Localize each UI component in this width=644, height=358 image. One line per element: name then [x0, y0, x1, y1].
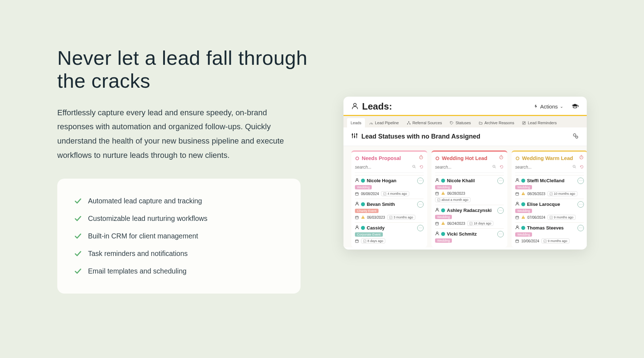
tab-lead-reminders[interactable]: Lead Reminders [518, 118, 560, 127]
lead-card[interactable]: ⋯CassidyCorporate Event8 days ago [355, 222, 424, 246]
calendar-icon [435, 222, 439, 226]
refresh-icon[interactable] [419, 164, 424, 170]
search-icon[interactable] [492, 164, 499, 170]
tab-leads[interactable]: Leads [347, 118, 365, 127]
lead-menu-button[interactable]: ⋯ [577, 178, 584, 184]
lead-menu-button[interactable]: ⋯ [417, 201, 424, 208]
status-column: Needs Proposal⋯Nicole HoganWedding06/08/… [351, 150, 427, 247]
lead-menu-button[interactable]: ⋯ [497, 231, 504, 237]
lead-menu-button[interactable]: ⋯ [577, 225, 584, 231]
check-icon [74, 215, 82, 222]
lead-tag: Wedding [515, 232, 532, 237]
ring-icon [355, 156, 360, 161]
lead-menu-button[interactable]: ⋯ [417, 225, 424, 231]
feature-label: Task reminders and notifications [88, 250, 188, 258]
lead-card[interactable]: ⋯Nicole KhalilWedding06/28/2023about a m… [435, 175, 504, 205]
feature-label: Automated lead capture and tracking [88, 197, 202, 205]
lead-ago-pill: 9 months ago [541, 238, 570, 243]
check-icon [74, 198, 82, 205]
lead-date: 06/08/2024 [361, 192, 379, 196]
lead-date-row: 06/03/20233 months ago [355, 215, 424, 220]
calendar-icon [515, 239, 519, 243]
feature-item: Email templates and scheduling [74, 262, 283, 280]
status-dot [361, 202, 365, 206]
lead-card[interactable]: ⋯Vicki SchmitzWedding [435, 228, 504, 246]
lead-tag: Wedding [355, 185, 372, 189]
lead-date-row: 08/26/202310 months ago [515, 191, 584, 196]
page-title: Leads: [362, 101, 392, 112]
lead-tag: Charity Event [355, 209, 379, 213]
tab-lead-pipeline[interactable]: Lead Pipeline [366, 118, 402, 127]
calendar-icon [515, 192, 519, 196]
feature-label: Customizable lead nurturing workflows [88, 214, 208, 223]
search-icon[interactable] [412, 164, 419, 170]
settings-cogs-icon[interactable] [572, 133, 579, 141]
lead-card[interactable]: ⋯Elise LarocqueWedding07/06/20249 months… [515, 199, 584, 222]
column-search-input[interactable] [355, 165, 412, 170]
status-column: Wedding Warm Lead⋯Steffi McClellandWeddi… [512, 150, 587, 247]
lead-card[interactable]: ⋯Bevan SmithCharity Event06/03/20233 mon… [355, 199, 424, 222]
timer-icon[interactable] [419, 155, 424, 161]
lead-ago-pill: about a month ago [435, 197, 470, 202]
status-dot [521, 202, 525, 206]
lead-date: 10/06/2024 [521, 239, 539, 243]
lead-name: Elise Larocque [527, 202, 560, 207]
status-dot [361, 226, 365, 230]
lead-card[interactable]: ⋯Ashley RadaczynskiWedding06/24/202318 d… [435, 205, 504, 228]
status-column: Wedding Hot Lead⋯Nicole KhalilWedding06/… [431, 150, 507, 247]
timer-icon[interactable] [499, 155, 504, 161]
lead-date-row: 06/28/2023 [435, 191, 504, 196]
warning-icon [441, 191, 445, 196]
column-search-input[interactable] [515, 165, 572, 170]
refresh-icon[interactable] [499, 164, 504, 170]
column-title: Wedding Hot Lead [435, 155, 504, 163]
search-icon[interactable] [572, 164, 580, 170]
status-dot [441, 208, 445, 212]
tab-archive-reasons[interactable]: Archive Reasons [475, 118, 518, 127]
lead-tag: Corporate Event [355, 232, 383, 237]
lead-tag: Wedding [515, 185, 532, 189]
person-icon [515, 178, 519, 183]
lead-date-row: 06/08/20244 months ago [355, 191, 424, 196]
feature-item: Built-in CRM for client management [74, 227, 283, 245]
lead-card[interactable]: ⋯Steffi McClellandWedding08/26/202310 mo… [515, 175, 584, 199]
lead-ago-pill: 9 months ago [547, 215, 576, 220]
lead-date: 06/24/2023 [447, 222, 465, 226]
warning-icon [441, 221, 445, 226]
feature-item: Task reminders and notifications [74, 245, 283, 262]
person-icon [355, 202, 359, 207]
refresh-icon[interactable] [580, 164, 584, 170]
help-graduation-icon[interactable] [571, 102, 579, 111]
lead-name: Vicki Schmitz [447, 231, 477, 237]
bolt-icon [533, 103, 538, 110]
lead-card[interactable]: ⋯Nicole HoganWedding06/08/20244 months a… [355, 175, 424, 199]
lead-date: 08/26/2023 [527, 192, 545, 196]
lead-name: Bevan Smith [367, 202, 395, 207]
lead-menu-button[interactable]: ⋯ [497, 207, 504, 214]
tab-referral-sources[interactable]: Referral Sources [403, 118, 446, 127]
status-dot [441, 179, 445, 183]
tab-statuses[interactable]: Statuses [446, 118, 474, 127]
actions-dropdown[interactable]: Actions ⌄ [533, 103, 563, 110]
lead-ago-pill: 8 days ago [361, 238, 385, 243]
lead-menu-button[interactable]: ⋯ [577, 201, 584, 208]
lead-menu-button[interactable]: ⋯ [417, 178, 424, 184]
timer-icon[interactable] [579, 155, 584, 161]
lead-ago-pill: 4 months ago [381, 191, 409, 196]
person-icon [355, 225, 359, 231]
calendar-icon [355, 216, 359, 219]
feature-list-card: Automated lead capture and tracking Cust… [57, 179, 301, 294]
lead-name: Ashley Radaczynski [447, 208, 492, 213]
lead-ago-pill: 10 months ago [547, 191, 577, 196]
check-icon [74, 250, 82, 257]
lead-card[interactable]: ⋯Thomas SteevesWedding10/06/20249 months… [515, 222, 584, 246]
column-search-input[interactable] [435, 165, 492, 170]
chevron-down-icon: ⌄ [560, 104, 563, 109]
lead-tag: Wedding [435, 238, 452, 243]
hero-subtext: Effortlessly capture every lead and ensu… [57, 106, 304, 162]
lead-date-row: 06/24/202318 days ago [435, 221, 504, 226]
column-title: Needs Proposal [355, 155, 424, 163]
lead-date-row: 10/06/20249 months ago [515, 238, 584, 243]
lead-menu-button[interactable]: ⋯ [497, 178, 504, 184]
feature-label: Built-in CRM for client management [88, 232, 198, 240]
